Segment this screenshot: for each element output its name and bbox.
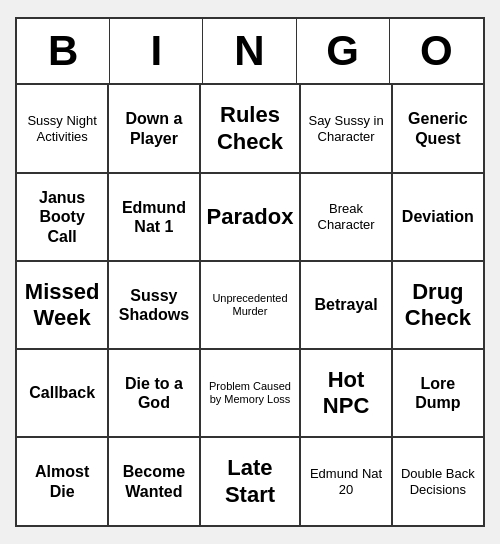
bingo-cell-4-2: Late Start [200,437,301,525]
cell-text-0-4: Generic Quest [399,109,477,147]
bingo-cell-2-4: Drug Check [392,261,483,349]
bingo-cell-2-0: Missed Week [17,261,108,349]
bingo-cell-4-3: Edmund Nat 20 [300,437,391,525]
cell-text-1-3: Break Character [307,201,384,232]
bingo-letter-i: I [110,19,203,83]
cell-text-2-0: Missed Week [23,279,101,332]
bingo-header: BINGO [17,19,483,85]
bingo-letter-b: B [17,19,110,83]
cell-text-0-0: Sussy Night Activities [23,113,101,144]
cell-text-2-1: Sussy Shadows [115,286,192,324]
bingo-grid: Sussy Night ActivitiesDown a PlayerRules… [17,85,483,525]
cell-text-1-4: Deviation [402,207,474,226]
cell-text-0-1: Down a Player [115,109,192,147]
bingo-letter-n: N [203,19,296,83]
bingo-cell-1-1: Edmund Nat 1 [108,173,199,261]
cell-text-1-0: Janus Booty Call [23,188,101,246]
bingo-letter-o: O [390,19,483,83]
cell-text-3-4: Lore Dump [399,374,477,412]
bingo-cell-1-2: Paradox [200,173,301,261]
cell-text-2-2: Unprecedented Murder [207,292,294,318]
bingo-cell-1-0: Janus Booty Call [17,173,108,261]
bingo-cell-0-1: Down a Player [108,85,199,173]
bingo-letter-g: G [297,19,390,83]
cell-text-4-0: Almost Die [23,462,101,500]
cell-text-4-1: Become Wanted [115,462,192,500]
bingo-cell-1-3: Break Character [300,173,391,261]
cell-text-2-3: Betrayal [314,295,377,314]
cell-text-0-2: Rules Check [207,102,294,155]
bingo-cell-2-2: Unprecedented Murder [200,261,301,349]
cell-text-4-2: Late Start [207,455,294,508]
bingo-cell-0-4: Generic Quest [392,85,483,173]
bingo-cell-3-0: Callback [17,349,108,437]
bingo-cell-3-4: Lore Dump [392,349,483,437]
cell-text-3-3: Hot NPC [307,367,384,420]
cell-text-3-0: Callback [29,383,95,402]
bingo-cell-1-4: Deviation [392,173,483,261]
bingo-cell-0-0: Sussy Night Activities [17,85,108,173]
bingo-cell-4-4: Double Back Decisions [392,437,483,525]
cell-text-3-2: Problem Caused by Memory Loss [207,380,294,406]
cell-text-2-4: Drug Check [399,279,477,332]
cell-text-0-3: Say Sussy in Character [307,113,384,144]
bingo-card: BINGO Sussy Night ActivitiesDown a Playe… [15,17,485,527]
cell-text-3-1: Die to a God [115,374,192,412]
bingo-cell-2-1: Sussy Shadows [108,261,199,349]
bingo-cell-0-3: Say Sussy in Character [300,85,391,173]
bingo-cell-4-0: Almost Die [17,437,108,525]
bingo-cell-2-3: Betrayal [300,261,391,349]
cell-text-4-3: Edmund Nat 20 [307,466,384,497]
bingo-cell-3-2: Problem Caused by Memory Loss [200,349,301,437]
cell-text-4-4: Double Back Decisions [399,466,477,497]
cell-text-1-2: Paradox [207,204,294,230]
bingo-cell-4-1: Become Wanted [108,437,199,525]
bingo-cell-3-3: Hot NPC [300,349,391,437]
bingo-cell-3-1: Die to a God [108,349,199,437]
bingo-cell-0-2: Rules Check [200,85,301,173]
cell-text-1-1: Edmund Nat 1 [115,198,192,236]
